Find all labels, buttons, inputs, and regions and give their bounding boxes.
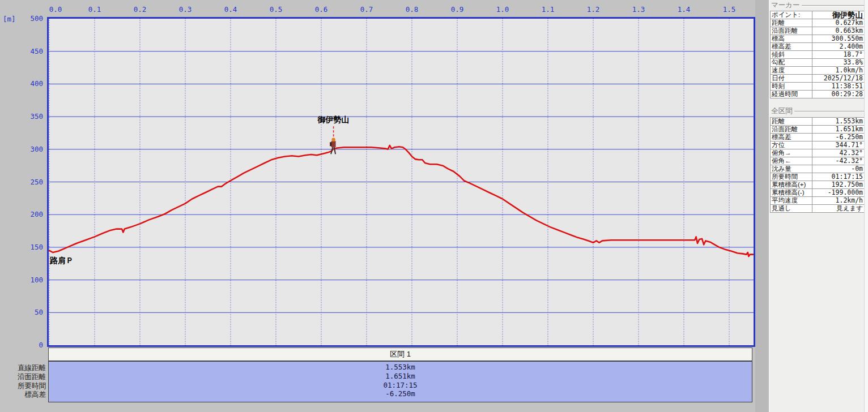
row-label: 速度 [771, 67, 812, 75]
section-header-bar[interactable]: 区間 1 [48, 347, 752, 361]
row-label: 日付 [771, 75, 812, 83]
y-tick-label: 500 [18, 14, 43, 23]
x-tick-label: 0.1 [82, 5, 107, 14]
data-row: 勾配33.8% [771, 59, 865, 67]
row-value: 00:29:28 [812, 91, 865, 98]
marker-info-table: ポイント:御伊勢山距離0.627km沿面距離0.663km標高300.550m標… [770, 11, 865, 98]
marker-group-title: マーカー [771, 1, 800, 10]
data-row: 俯角→42.32° [771, 149, 865, 157]
y-tick-label: 50 [18, 308, 43, 316]
row-value: 1.651km [812, 126, 865, 134]
data-row: 俯角←-42.32° [771, 157, 865, 165]
row-label: 累積標高(-) [771, 189, 812, 197]
row-label: 傾斜 [771, 51, 812, 59]
row-value: 1.0km/h [812, 67, 865, 75]
row-label: 俯角← [771, 157, 812, 165]
section-row-labels: 直線距離沿面距離所要時間標高差 [0, 364, 46, 400]
row-label: 時刻 [771, 83, 812, 91]
y-tick-label: 0 [18, 341, 43, 349]
x-tick-label: 0.0 [43, 5, 68, 14]
row-value: 0.663km [812, 27, 865, 35]
y-tick-label: 450 [18, 47, 43, 55]
row-label: 平均速度 [771, 197, 812, 205]
row-value: 2.400m [812, 43, 865, 51]
x-tick-label: 0.3 [173, 5, 198, 14]
row-label: 経過時間 [771, 91, 812, 98]
row-value: 2025/12/18 [812, 75, 865, 83]
track-start-label: 路肩Ｐ [50, 256, 74, 266]
row-value: -42.32° [812, 157, 865, 165]
section-value: 1.553km [49, 363, 752, 372]
data-row: 標高差-6.250m [771, 134, 865, 141]
row-value: -0m [812, 165, 865, 173]
row-value: 344.71° [812, 141, 865, 149]
x-tick-label: 0.7 [354, 5, 379, 14]
data-row: 時刻11:38:51 [771, 83, 865, 91]
x-tick-label: 1.4 [671, 5, 696, 14]
row-value: 300.550m [812, 35, 865, 43]
total-info-table: 距離1.553km沿面距離1.651km標高差-6.250m方位344.71°俯… [770, 117, 865, 213]
data-row: 傾斜18.7° [771, 51, 865, 59]
section-value: 01:17:15 [49, 381, 752, 390]
section-row-label: 直線距離 [0, 364, 46, 373]
scrollbar-strip[interactable] [864, 0, 868, 412]
data-row: 標高300.550m [771, 35, 865, 43]
row-label: 距離 [771, 19, 812, 27]
x-tick-label: 0.8 [399, 5, 424, 14]
row-value: 33.8% [812, 59, 865, 67]
row-label: 俯角→ [771, 149, 812, 157]
elevation-chart [49, 19, 754, 345]
row-value: 見えます [812, 205, 865, 213]
total-group-header: 全区間 [771, 106, 866, 116]
row-value: 11:38:51 [812, 83, 865, 91]
row-label: 標高差 [771, 43, 812, 51]
groove-line [794, 111, 866, 112]
section-values-panel: 1.553km1.651km01:17:15-6.250m [48, 361, 752, 402]
data-row: 沿面距離0.663km [771, 27, 865, 35]
row-value: 0.627km [812, 19, 865, 27]
x-tick-label: 1.2 [581, 5, 606, 14]
x-tick-label: 1.3 [626, 5, 651, 14]
row-value: 01:17:15 [812, 173, 865, 181]
x-tick-label: 0.6 [309, 5, 334, 14]
x-tick-label: 0.2 [127, 5, 152, 14]
data-row: 累積標高(+)192.750m [771, 181, 865, 189]
y-tick-label: 350 [18, 112, 43, 121]
row-label: 距離 [771, 118, 812, 126]
data-row: 沈み量-0m [771, 165, 865, 173]
row-label: 勾配 [771, 59, 812, 67]
data-row: 距離1.553km [771, 118, 865, 126]
y-tick-label: 300 [18, 145, 43, 153]
data-row: 標高差2.400m [771, 43, 865, 51]
row-label: 沿面距離 [771, 126, 812, 134]
data-row: 方位344.71° [771, 141, 865, 149]
section-row-label: 沿面距離 [0, 373, 46, 382]
row-value: -6.250m [812, 134, 865, 141]
row-label: ポイント: [771, 11, 812, 19]
panel-divider-strip [755, 0, 769, 412]
row-label: 沿面距離 [771, 27, 812, 35]
elevation-plot-area[interactable] [47, 17, 755, 347]
data-row: ポイント:御伊勢山 [771, 11, 865, 19]
row-value: 御伊勢山 [812, 11, 865, 19]
x-tick-label: 0.5 [263, 5, 288, 14]
y-tick-label: 400 [18, 79, 43, 88]
marker-peak-label: 御伊勢山 [308, 115, 359, 125]
x-tick-label: 0.9 [445, 5, 470, 14]
section-value: -6.250m [49, 389, 752, 398]
data-row: 距離0.627km [771, 19, 865, 27]
data-row: 日付2025/12/18 [771, 75, 865, 83]
section-row-label: 所要時間 [0, 382, 46, 391]
data-row: 所要時間01:17:15 [771, 173, 865, 181]
row-value: 1.2km/h [812, 197, 865, 205]
row-value: 1.553km [812, 118, 865, 126]
data-row: 経過時間00:29:28 [771, 91, 865, 98]
info-panel: マーカー ポイント:御伊勢山距離0.627km沿面距離0.663km標高300.… [769, 0, 868, 412]
row-label: 方位 [771, 141, 812, 149]
data-row: 沿面距離1.651km [771, 126, 865, 134]
data-row: 見通し見えます [771, 205, 865, 213]
data-row: 平均速度1.2km/h [771, 197, 865, 205]
row-value: 192.750m [812, 181, 865, 189]
x-tick-label: 1.1 [535, 5, 560, 14]
row-value: 18.7° [812, 51, 865, 59]
